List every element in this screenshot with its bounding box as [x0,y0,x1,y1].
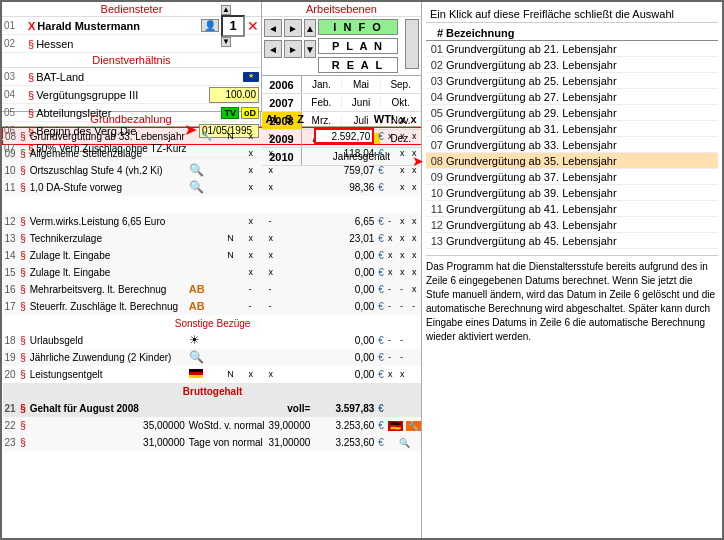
month-okt[interactable]: Okt. [381,97,421,108]
counter-value: 1 [221,15,245,37]
row-16-x2: x [410,281,422,298]
row-15-para: § [18,264,28,281]
col-s-header: S [285,113,292,125]
list-item-04[interactable]: 04 Grundvergütung ab 27. Lebensjahr [426,89,718,105]
sonstige-bezuge-header: Sonstige Bezüge [3,315,423,332]
row-22-euro: € [376,417,386,434]
list-item-12[interactable]: 12 Grundvergütung ab 43. Lebensjahr [426,217,718,233]
row-13-wt: x [386,230,398,247]
month-jan[interactable]: Jan. [302,79,342,90]
list-item-08[interactable]: ➤ 08 Grundvergütung ab 35. Lebensjahr [426,153,718,169]
list-item-05[interactable]: 05 Grundvergütung ab 29. Lebensjahr [426,105,718,121]
counter-down[interactable]: ▼ [221,37,231,47]
ae-plan-button[interactable]: P L A N [318,38,398,54]
row-23-value: 3.253,60 [312,434,376,451]
ae-scrollbar[interactable] [405,19,419,69]
row-15-num: 15 [3,264,19,281]
row-12-euro: € [376,213,386,230]
row-19-wt: - [386,349,398,366]
list-item-13[interactable]: 13 Grundvergütung ab 45. Lebensjahr [426,233,718,249]
ae-real-button[interactable]: R E A L [318,57,398,73]
row-23-val1: 31,00000 [28,434,187,451]
row-22-para: § [18,417,28,434]
delete-icon[interactable]: ✕ [247,18,259,34]
row-11-euro: € [376,179,386,196]
row-17-wt: - [386,298,398,315]
row-08-input[interactable] [314,128,374,144]
row-09-num: 09 [3,145,19,162]
row-02-para: § [28,38,34,50]
row-04-num: 04 [4,89,28,100]
row-13-euro: € [376,230,386,247]
list-item-03[interactable]: 03 Grundvergütung ab 25. Lebensjahr [426,73,718,89]
ae-up[interactable]: ▲ [304,19,316,37]
row-22-value: 3.253,60 [312,417,376,434]
person-icon[interactable]: 👤 [201,19,219,32]
search-icon-19[interactable]: 🔍 [189,350,204,364]
right-list: # Bezeichnung 01 Grundvergütung ab 21. L… [426,27,718,249]
ae-down[interactable]: ▼ [304,40,316,58]
bruttogehalt-header: Bruttogehalt [3,383,423,400]
list-item-11[interactable]: 11 Grundvergütung ab 41. Lebensjahr [426,201,718,217]
row-16-para: § [18,281,28,298]
row-17-euro: € [376,298,386,315]
row-23-num: 23 [3,434,19,451]
arrow-icon-08: ➤ [412,153,424,169]
row-18-para: § [18,332,28,349]
counter-up[interactable]: ▲ [221,5,231,15]
ae-info-button[interactable]: I N F O [318,19,398,35]
row-14-num: 14 [3,247,19,264]
month-mai[interactable]: Mai [342,79,382,90]
search-icon-23[interactable]: 🔍 [399,438,410,448]
ae-down-left[interactable]: ◄ [264,40,282,58]
year-2007[interactable]: 2007 [262,94,302,111]
col-x1-header: x [399,113,405,125]
row-13-alz: N [225,230,246,247]
ae-scroll-left[interactable]: ◄ [264,19,282,37]
list-item-01[interactable]: 01 Grundvergütung ab 21. Lebensjahr [426,41,718,57]
row-20-label: Leistungsentgelt [28,366,187,383]
year-2006[interactable]: 2006 [262,76,302,93]
row-15-x1: x [398,264,410,281]
search-icon-11[interactable]: 🔍 [189,180,204,194]
row-17-s: - [246,298,266,315]
row-17-z: - [267,298,313,315]
row-19-para: § [18,349,28,366]
row-12-wt: - [386,213,398,230]
list-item-07[interactable]: 07 Grundvergütung ab 33. Lebensjahr [426,137,718,153]
row-17-label: Steuerfr. Zuschläge lt. Berechnug [28,298,187,315]
row-18-num: 18 [3,332,19,349]
row-22-num: 22 [3,417,19,434]
row-10-num: 10 [3,162,19,179]
row-18-value: 0,00 [312,332,376,349]
row-14-z: x [267,247,313,264]
row-20-x1: x [398,366,410,383]
row-04-label: Vergütungsgruppe III [36,89,138,101]
list-item-10[interactable]: 10 Grundvergütung ab 39. Lebensjahr [426,185,718,201]
row-11-value: 98,36 [312,179,376,196]
row-21-label: Gehalt für August 2008 [28,400,187,417]
ae-down-right[interactable]: ► [284,40,302,58]
list-item-02[interactable]: 02 Grundvergütung ab 23. Lebensjahr [426,57,718,73]
person-name: Harald Mustermann [37,20,140,32]
search-icon-10[interactable]: 🔍 [189,163,204,177]
row-15-wt: x [386,264,398,281]
row-12-s: x [246,213,266,230]
ae-scroll-right[interactable]: ► [284,19,302,37]
hessen-label: Hessen [36,38,73,50]
right-list-label-header: Bezeichnung [446,27,514,39]
verguetungsgruppe-input[interactable] [209,87,259,103]
tool-icon-22[interactable]: 🔧 [406,421,421,431]
row-23-val2: 31,00000 [267,434,313,451]
row-16-value: 0,00 [312,281,376,298]
flag-icon-22: 🇩🇪 [388,421,403,431]
list-item-06[interactable]: 06 Grundvergütung ab 31. Lebensjahr [426,121,718,137]
month-juni[interactable]: Juni [342,97,382,108]
list-item-09[interactable]: 09 Grundvergütung ab 37. Lebensjahr [426,169,718,185]
month-feb[interactable]: Feb. [302,97,342,108]
row-13-num: 13 [3,230,19,247]
month-sep[interactable]: Sep. [381,79,421,90]
dienstverhaltnis-header: Dienstverhältnis [2,53,261,68]
row-11-num: 11 [3,179,19,196]
row-13-para: § [18,230,28,247]
